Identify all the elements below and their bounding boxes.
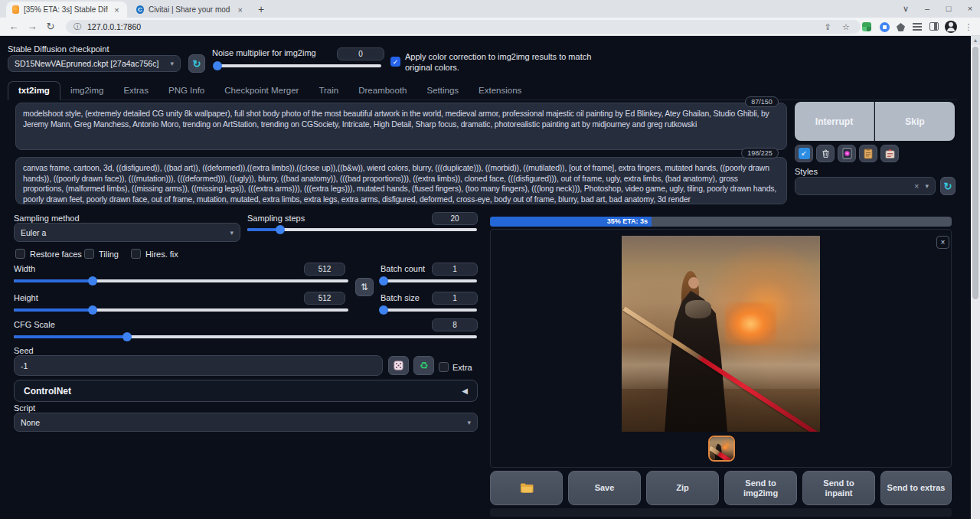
window-maximize-button[interactable]: □ bbox=[939, 0, 959, 17]
slider-handle[interactable] bbox=[88, 276, 97, 286]
seed-input[interactable]: -1 bbox=[14, 355, 383, 376]
new-tab-button[interactable]: + bbox=[254, 3, 268, 17]
slider-handle[interactable] bbox=[379, 305, 388, 315]
checkpoint-dropdown[interactable]: SD15NewVAEpruned.ckpt [27a4ac756c] ▾ bbox=[8, 55, 181, 72]
swap-width-height-button[interactable]: ⇅ bbox=[355, 278, 374, 296]
slider-handle[interactable] bbox=[122, 332, 132, 341]
reading-list-icon[interactable] bbox=[913, 23, 922, 31]
tab-extensions[interactable]: Extensions bbox=[469, 82, 531, 100]
noise-multiplier-input[interactable]: 0 bbox=[337, 47, 384, 60]
tab-dreambooth[interactable]: Dreambooth bbox=[348, 82, 416, 100]
width-input[interactable]: 512 bbox=[304, 263, 345, 276]
extensions-pin-icon[interactable] bbox=[897, 23, 905, 31]
restore-faces-checkbox[interactable] bbox=[15, 249, 25, 259]
cfg-scale-input[interactable]: 8 bbox=[432, 318, 478, 331]
tab-txt2img[interactable]: txt2img bbox=[8, 81, 60, 100]
save-style-button[interactable] bbox=[880, 145, 899, 162]
script-dropdown[interactable]: None ▾ bbox=[14, 413, 478, 432]
slider-handle[interactable] bbox=[379, 276, 388, 286]
color-correction-label-line1: Apply color correction to img2img result… bbox=[405, 52, 591, 61]
scrollbar-thumb[interactable] bbox=[972, 47, 978, 299]
extra-seed-label: Extra bbox=[452, 363, 472, 372]
color-correction-checkbox[interactable]: ✓ bbox=[390, 57, 400, 67]
clear-styles-icon[interactable]: × bbox=[914, 181, 919, 191]
tab-close-icon[interactable]: × bbox=[113, 5, 121, 15]
styles-dropdown[interactable]: × ▾ bbox=[795, 177, 936, 195]
extension-blue-icon[interactable] bbox=[880, 22, 890, 32]
refresh-styles-button[interactable]: ↻ bbox=[940, 177, 956, 195]
negative-prompt-textarea[interactable]: canvas frame, cartoon, 3d, ((disfigured)… bbox=[15, 157, 787, 204]
noise-multiplier-slider[interactable] bbox=[214, 64, 381, 67]
window-minimize-button[interactable]: – bbox=[917, 0, 937, 17]
hires-fix-checkbox[interactable] bbox=[131, 249, 141, 259]
extension-green-icon[interactable] bbox=[862, 22, 871, 31]
tab-close-icon[interactable]: × bbox=[235, 5, 245, 15]
tab-settings[interactable]: Settings bbox=[417, 82, 469, 100]
slider-handle[interactable] bbox=[88, 305, 97, 315]
width-slider[interactable] bbox=[14, 279, 348, 282]
bookmark-star-icon[interactable]: ☆ bbox=[839, 20, 853, 34]
page-scrollbar[interactable]: ▲ bbox=[971, 36, 980, 519]
interrupt-button[interactable]: Interrupt bbox=[795, 102, 874, 141]
batch-count-slider[interactable] bbox=[381, 279, 477, 282]
tab-train[interactable]: Train bbox=[309, 82, 348, 100]
cfg-scale-slider[interactable] bbox=[14, 335, 477, 338]
tab-extras[interactable]: Extras bbox=[113, 82, 158, 100]
batch-size-input[interactable]: 1 bbox=[432, 292, 478, 305]
scroll-up-arrow[interactable]: ▲ bbox=[971, 36, 980, 45]
swap-icon: ⇅ bbox=[361, 282, 368, 292]
browser-tab-stable-diffusion[interactable]: [35% ETA: 3s] Stable Diffusion × bbox=[6, 2, 127, 18]
profile-avatar[interactable] bbox=[945, 21, 957, 33]
random-seed-button[interactable] bbox=[388, 356, 409, 375]
open-folder-button[interactable] bbox=[490, 471, 563, 505]
zip-button[interactable]: Zip bbox=[646, 471, 719, 505]
prompt-token-counter: 87/150 bbox=[745, 96, 779, 107]
slider-handle[interactable] bbox=[213, 61, 222, 70]
sampling-steps-input[interactable]: 20 bbox=[432, 212, 478, 225]
height-slider[interactable] bbox=[14, 308, 348, 312]
sampling-steps-label: Sampling steps bbox=[247, 214, 305, 223]
refresh-checkpoint-button[interactable]: ↻ bbox=[188, 54, 205, 73]
generated-image-preview[interactable] bbox=[622, 236, 820, 432]
gallery-thumbnail[interactable] bbox=[708, 436, 735, 462]
reuse-seed-button[interactable]: ♻ bbox=[413, 356, 434, 375]
forward-button[interactable]: → bbox=[24, 19, 40, 34]
skip-button[interactable]: Skip bbox=[875, 102, 955, 141]
controlnet-accordion[interactable]: ControlNet ◀ bbox=[14, 380, 478, 402]
site-info-icon[interactable]: ⓘ bbox=[74, 22, 83, 31]
save-button[interactable]: Save bbox=[568, 471, 641, 505]
slider-handle[interactable] bbox=[276, 225, 285, 234]
batch-count-input[interactable]: 1 bbox=[432, 263, 478, 276]
reload-button[interactable]: ↻ bbox=[43, 19, 58, 34]
slider-fill bbox=[14, 279, 93, 282]
side-panel-icon[interactable] bbox=[929, 22, 939, 31]
send-to-img2img-button[interactable]: Send to img2img bbox=[724, 471, 797, 505]
tab-png-info[interactable]: PNG Info bbox=[158, 82, 214, 100]
tab-checkpoint-merger[interactable]: Checkpoint Merger bbox=[214, 82, 309, 100]
window-close-button[interactable]: × bbox=[960, 0, 980, 17]
sampling-method-dropdown[interactable]: Euler a ▾ bbox=[14, 223, 240, 242]
height-input[interactable]: 512 bbox=[304, 292, 345, 305]
clear-prompt-button[interactable] bbox=[816, 145, 835, 162]
collapse-arrow-icon: ◀ bbox=[462, 387, 468, 395]
send-to-inpaint-button[interactable]: Send to inpaint bbox=[802, 471, 875, 505]
browser-menu-icon[interactable]: ⋮ bbox=[962, 20, 975, 34]
share-icon[interactable]: ⇪ bbox=[821, 20, 835, 34]
extra-networks-button[interactable] bbox=[838, 145, 856, 162]
back-button[interactable]: ← bbox=[6, 19, 21, 34]
tiling-checkbox[interactable] bbox=[84, 249, 94, 259]
address-bar[interactable]: ⓘ 127.0.0.1:7860 bbox=[66, 20, 861, 34]
seed-value: -1 bbox=[21, 361, 28, 370]
extra-seed-checkbox[interactable] bbox=[439, 362, 449, 372]
send-to-extras-button[interactable]: Send to extras bbox=[880, 471, 952, 505]
apply-styles-button[interactable] bbox=[859, 145, 877, 162]
civitai-favicon: C bbox=[136, 5, 144, 14]
paste-generation-params-button[interactable]: ↙ bbox=[795, 145, 813, 162]
tab-img2img[interactable]: img2img bbox=[60, 82, 113, 100]
sampling-steps-slider[interactable] bbox=[247, 228, 477, 231]
batch-size-slider[interactable] bbox=[381, 308, 477, 312]
close-preview-icon[interactable]: × bbox=[936, 236, 949, 249]
browser-tab-civitai[interactable]: C Civitai | Share your models × bbox=[130, 2, 251, 18]
tab-search-icon[interactable]: ∨ bbox=[896, 0, 916, 17]
prompt-textarea[interactable]: modelshoot style, (extremely detailed CG… bbox=[15, 103, 787, 150]
